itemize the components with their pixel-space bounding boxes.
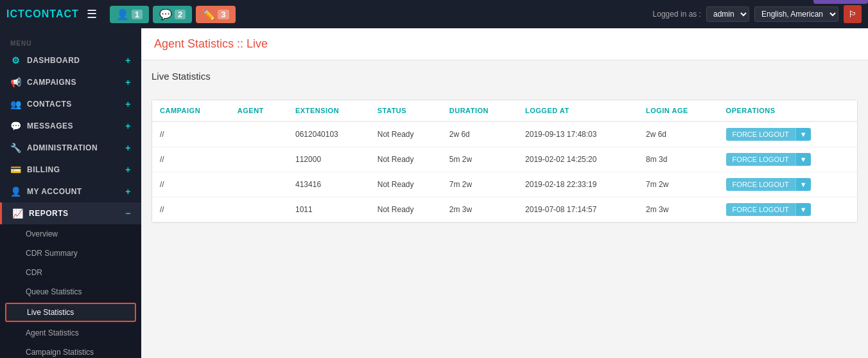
cell-extension-1: 112000	[288, 147, 370, 172]
section-title: Live Statistics	[152, 71, 211, 82]
language-select[interactable]: English, American	[754, 6, 838, 22]
cell-login-age-3: 2m 3w	[638, 197, 718, 222]
cell-agent-2	[230, 172, 288, 197]
sidebar-label-billing: BILLING	[27, 165, 60, 174]
force-logout-dropdown-2[interactable]: ▼	[795, 178, 811, 191]
cell-status-2: Not Ready	[370, 172, 442, 197]
cell-campaign-3: //	[152, 197, 230, 222]
user-select[interactable]: admin	[706, 6, 749, 22]
sidebar-sub-live-statistics[interactable]: Live Statistics	[5, 303, 136, 322]
cell-operations-2: FORCE LOGOUT ▼	[718, 172, 857, 197]
force-logout-btn-2[interactable]: FORCE LOGOUT	[726, 178, 795, 191]
sidebar-item-my-account[interactable]: 👤 MY ACCOUNT +	[0, 181, 141, 202]
col-operations: OPERATIONS	[718, 100, 857, 121]
sidebar-item-administration[interactable]: 🔧 ADMINISTRATION +	[0, 137, 141, 159]
badge-count-1: 1	[132, 10, 143, 19]
cell-logged-at-2: 2019-02-18 22:33:19	[517, 172, 638, 197]
logged-in-label: Logged in as :	[653, 10, 701, 19]
badge-count-3: 3	[218, 10, 229, 19]
force-logout-dropdown-1[interactable]: ▼	[795, 153, 811, 166]
sidebar-item-billing[interactable]: 💳 BILLING +	[0, 159, 141, 181]
sidebar-sub-cdr-summary[interactable]: CDR Summary	[0, 244, 141, 263]
cell-duration-2: 7m 2w	[442, 172, 517, 197]
statistics-table: CAMPAIGN AGENT EXTENSION STATUS DURATION…	[152, 100, 857, 222]
sidebar-label-reports: REPORTS	[29, 209, 69, 218]
sidebar-label-campaigns: CAMPAIGNS	[27, 78, 76, 87]
col-logged-at: LOGGED AT	[517, 100, 638, 121]
hamburger-menu[interactable]: ☰	[87, 7, 97, 21]
badge-count-2: 2	[175, 10, 186, 19]
force-logout-btn-1[interactable]: FORCE LOGOUT	[726, 153, 795, 166]
live-statistics-label: Live Statistics	[27, 308, 74, 317]
sidebar-sub-overview[interactable]: Overview	[0, 224, 141, 244]
cell-operations-3: FORCE LOGOUT ▼	[718, 197, 857, 222]
cell-login-age-1: 8m 3d	[638, 147, 718, 172]
page-title: Agent Statistics :: Live	[154, 37, 268, 50]
sidebar-item-messages[interactable]: 💬 MESSAGES +	[0, 115, 141, 137]
edit-icon: ✏️	[202, 8, 215, 21]
badge-btn-3[interactable]: ✏️ 3	[196, 6, 235, 23]
my-account-icon: 👤	[10, 186, 22, 197]
reports-icon: 📈	[12, 208, 24, 219]
section-header-row: Live Statistics ↻ REFRESH	[152, 71, 858, 91]
cell-duration-0: 2w 6d	[442, 121, 517, 147]
force-logout-dropdown-3[interactable]: ▼	[795, 203, 811, 216]
cell-duration-3: 2m 3w	[442, 197, 517, 222]
agent-statistics-label: Agent Statistics	[26, 328, 79, 337]
badge-btn-2[interactable]: 💬 2	[153, 6, 192, 23]
chat-icon: 💬	[159, 8, 172, 21]
agent-icon: 👤	[116, 8, 129, 21]
cell-campaign-2: //	[152, 172, 230, 197]
cell-status-0: Not Ready	[370, 121, 442, 147]
sidebar-sub-queue-statistics[interactable]: Queue Statistics	[0, 282, 141, 301]
col-login-age: LOGIN AGE	[638, 100, 718, 121]
sidebar-item-campaigns[interactable]: 📢 CAMPAIGNS +	[0, 71, 141, 93]
table-header-row: CAMPAIGN AGENT EXTENSION STATUS DURATION…	[152, 100, 857, 121]
menu-label: MENU	[0, 35, 141, 49]
sidebar-label-administration: ADMINISTRATION	[27, 143, 98, 152]
sidebar-item-contacts[interactable]: 👥 CONTACTS +	[0, 93, 141, 115]
table-row: // 413416 Not Ready 7m 2w 2019-02-18 22:…	[152, 172, 857, 197]
billing-plus-icon: +	[125, 165, 131, 175]
header-badges: 👤 1 💬 2 ✏️ 3	[110, 6, 653, 23]
messages-plus-icon: +	[125, 121, 131, 131]
dashboard-icon: ⚙	[10, 55, 22, 66]
reports-minus-icon: −	[125, 208, 131, 219]
header-right: Logged in as : admin English, American 🏳	[653, 5, 862, 23]
force-logout-dropdown-0[interactable]: ▼	[795, 128, 811, 141]
page-title-bar: Agent Statistics :: Live	[141, 28, 868, 60]
flag-button[interactable]: 🏳	[844, 5, 862, 23]
cell-operations-0: FORCE LOGOUT ▼	[718, 121, 857, 147]
cdr-summary-label: CDR Summary	[26, 249, 78, 258]
sidebar-sub-cdr[interactable]: CDR	[0, 263, 141, 282]
badge-btn-1[interactable]: 👤 1	[110, 6, 149, 23]
cell-status-3: Not Ready	[370, 197, 442, 222]
col-campaign: CAMPAIGN	[152, 100, 230, 121]
cdr-label: CDR	[26, 268, 42, 277]
cell-extension-0: 0612040103	[288, 121, 370, 147]
force-logout-btn-3[interactable]: FORCE LOGOUT	[726, 203, 795, 216]
table-row: // 112000 Not Ready 5m 2w 2019-02-02 14:…	[152, 147, 857, 172]
cell-duration-1: 5m 2w	[442, 147, 517, 172]
cell-operations-1: FORCE LOGOUT ▼	[718, 147, 857, 172]
sidebar-item-dashboard[interactable]: ⚙ DASHBOARD +	[0, 49, 141, 71]
cell-extension-3: 1011	[288, 197, 370, 222]
administration-plus-icon: +	[125, 143, 131, 153]
sidebar-item-reports[interactable]: 📈 REPORTS −	[0, 202, 141, 224]
administration-icon: 🔧	[10, 143, 22, 153]
overview-label: Overview	[26, 229, 58, 238]
brand-logo: ICTCONTACT	[6, 8, 79, 20]
sidebar-sub-agent-statistics[interactable]: Agent Statistics	[0, 323, 141, 343]
col-status: STATUS	[370, 100, 442, 121]
table-row: // 1011 Not Ready 2m 3w 2019-07-08 17:14…	[152, 197, 857, 222]
sidebar-sub-campaign-statistics[interactable]: Campaign Statistics	[0, 343, 141, 358]
table-row: // 0612040103 Not Ready 2w 6d 2019-09-13…	[152, 121, 857, 147]
cell-login-age-2: 7m 2w	[638, 172, 718, 197]
cell-agent-3	[230, 197, 288, 222]
col-extension: EXTENSION	[288, 100, 370, 121]
my-account-plus-icon: +	[125, 186, 131, 197]
force-logout-btn-0[interactable]: FORCE LOGOUT	[726, 128, 795, 141]
cell-campaign-1: //	[152, 147, 230, 172]
col-duration: DURATION	[442, 100, 517, 121]
contacts-plus-icon: +	[125, 99, 131, 109]
